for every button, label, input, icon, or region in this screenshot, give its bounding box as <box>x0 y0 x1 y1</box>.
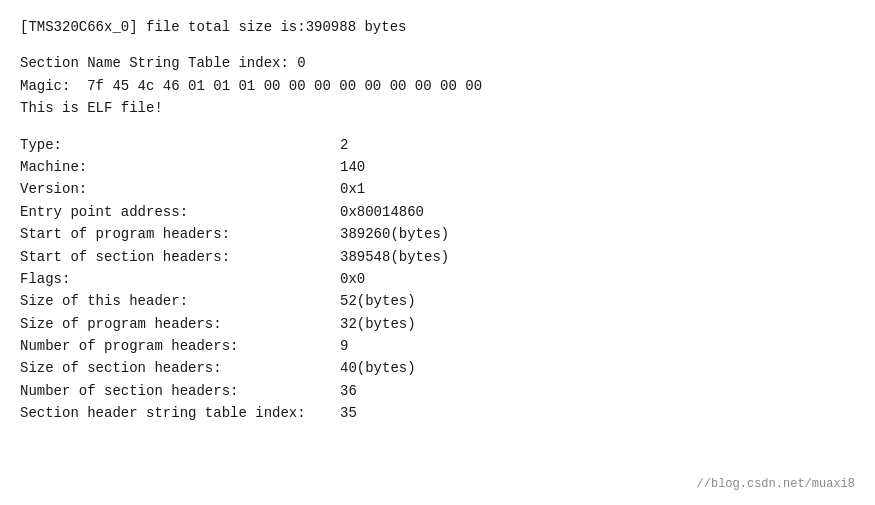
table-row: Flags:0x0 <box>20 268 855 290</box>
table-row: Start of section headers:389548(bytes) <box>20 246 855 268</box>
file-info-line: [TMS320C66x_0] file total size is:390988… <box>20 16 855 38</box>
table-row: Section header string table index:35 <box>20 402 855 424</box>
field-label: Size of section headers: <box>20 357 340 379</box>
field-value: 0x0 <box>340 268 365 290</box>
elf-fields: Type:2Machine:140Version:0x1Entry point … <box>20 134 855 425</box>
table-row: Number of section headers:36 <box>20 380 855 402</box>
field-label: Section header string table index: <box>20 402 340 424</box>
section-name-string-line: Section Name String Table index: 0 <box>20 52 855 74</box>
field-label: Start of section headers: <box>20 246 340 268</box>
field-label: Flags: <box>20 268 340 290</box>
field-value: 9 <box>340 335 348 357</box>
field-label: Number of program headers: <box>20 335 340 357</box>
terminal-container: [TMS320C66x_0] file total size is:390988… <box>0 0 875 505</box>
field-label: Entry point address: <box>20 201 340 223</box>
field-label: Start of program headers: <box>20 223 340 245</box>
table-row: Version:0x1 <box>20 178 855 200</box>
field-label: Size of this header: <box>20 290 340 312</box>
table-row: Machine:140 <box>20 156 855 178</box>
field-value: 0x1 <box>340 178 365 200</box>
field-value: 389260(bytes) <box>340 223 449 245</box>
field-value: 140 <box>340 156 365 178</box>
field-value: 389548(bytes) <box>340 246 449 268</box>
table-row: Start of program headers:389260(bytes) <box>20 223 855 245</box>
field-label: Version: <box>20 178 340 200</box>
field-value: 0x80014860 <box>340 201 424 223</box>
table-row: Size of program headers:32(bytes) <box>20 313 855 335</box>
table-row: Size of this header:52(bytes) <box>20 290 855 312</box>
table-row: Number of program headers:9 <box>20 335 855 357</box>
table-row: Entry point address:0x80014860 <box>20 201 855 223</box>
field-label: Size of program headers: <box>20 313 340 335</box>
field-value: 40(bytes) <box>340 357 416 379</box>
field-label: Type: <box>20 134 340 156</box>
field-label: Number of section headers: <box>20 380 340 402</box>
field-value: 52(bytes) <box>340 290 416 312</box>
magic-line: Magic: 7f 45 4c 46 01 01 01 00 00 00 00 … <box>20 75 855 97</box>
field-value: 35 <box>340 402 357 424</box>
elf-notice-line: This is ELF file! <box>20 97 855 119</box>
field-value: 36 <box>340 380 357 402</box>
field-value: 2 <box>340 134 348 156</box>
watermark: //blog.csdn.net/muaxi8 <box>697 477 855 491</box>
table-row: Size of section headers:40(bytes) <box>20 357 855 379</box>
field-value: 32(bytes) <box>340 313 416 335</box>
field-label: Machine: <box>20 156 340 178</box>
table-row: Type:2 <box>20 134 855 156</box>
